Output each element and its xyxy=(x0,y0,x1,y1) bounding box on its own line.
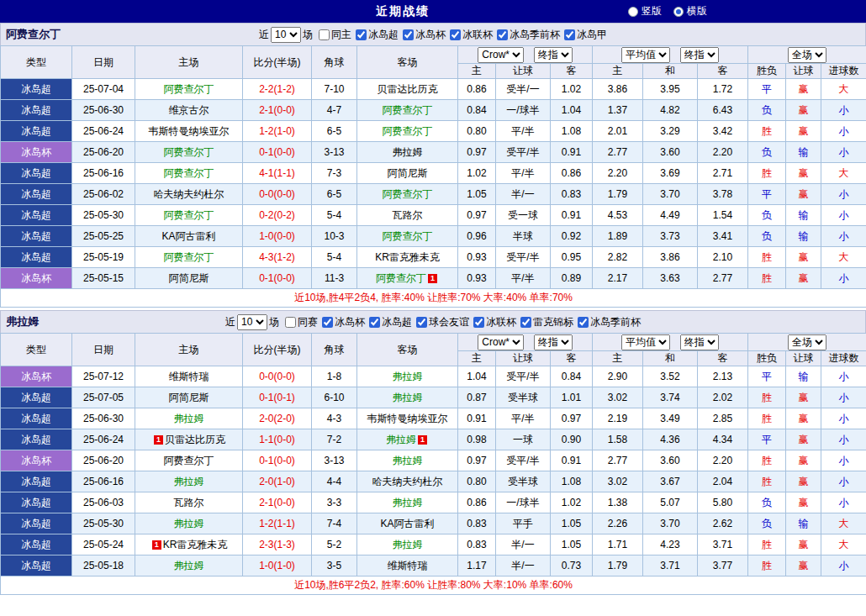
league-checkbox[interactable] xyxy=(520,317,531,328)
team-name-link[interactable]: 韦斯特曼纳埃亚尔 xyxy=(149,125,230,137)
crown-odds-cell: 0.91 xyxy=(551,450,593,471)
team-name-link[interactable]: 弗拉姆 xyxy=(393,392,423,403)
score-cell: 2-1(0-0) xyxy=(243,100,312,121)
filter-check[interactable]: 冰岛杯 xyxy=(403,28,446,42)
team-name-link[interactable]: KR雷克雅未克 xyxy=(163,539,228,550)
team-name-link[interactable]: 阿费查尔丁 xyxy=(164,167,214,179)
avg-odds-cell: 4.34 xyxy=(698,429,748,450)
league-checkbox[interactable] xyxy=(285,317,296,328)
home-team-cell: 阿费查尔丁 xyxy=(135,205,243,226)
team-name-link[interactable]: 阿费查尔丁 xyxy=(383,188,433,200)
filter-check[interactable]: 冰联杯 xyxy=(450,28,493,42)
team-name-link[interactable]: 阿简尼斯 xyxy=(169,272,209,284)
team-name-link[interactable]: 弗拉姆 xyxy=(386,434,416,445)
team-name-link[interactable]: 弗拉姆 xyxy=(393,455,423,466)
home-team-cell: 维京古尔 xyxy=(135,100,243,121)
odds-time-select[interactable]: 终指 xyxy=(534,47,573,63)
filter-check[interactable]: 冰岛杯 xyxy=(322,315,365,329)
team-name-link[interactable]: 阿简尼斯 xyxy=(388,167,428,179)
league-checkbox[interactable] xyxy=(564,29,575,40)
team-name-link[interactable]: 阿费查尔丁 xyxy=(164,83,214,95)
team-name-link[interactable]: 阿费查尔丁 xyxy=(164,455,214,466)
league-checkbox[interactable] xyxy=(319,29,330,40)
score-cell: 2-1(0-0) xyxy=(243,492,312,513)
league-checkbox[interactable] xyxy=(473,317,484,328)
filter-check[interactable]: 冰岛超 xyxy=(356,28,399,42)
league-checkbox[interactable] xyxy=(416,317,427,328)
team-name-link[interactable]: 弗拉姆 xyxy=(393,539,423,550)
team-name-link[interactable]: 阿费查尔丁 xyxy=(383,104,433,116)
team-name-link[interactable]: 贝雷达比历克 xyxy=(165,434,225,445)
average-select[interactable]: 平均值 xyxy=(621,334,670,350)
team-name-link[interactable]: 哈夫纳夫约杜尔 xyxy=(154,188,224,200)
filter-check[interactable]: 冰岛甲 xyxy=(564,28,607,42)
team-name-link[interactable]: 弗拉姆 xyxy=(393,146,423,158)
league-checkbox[interactable] xyxy=(578,317,589,328)
team-name-link[interactable]: 维斯特瑞 xyxy=(388,560,428,571)
league-checkbox[interactable] xyxy=(322,317,333,328)
team-name-link[interactable]: 阿费查尔丁 xyxy=(164,146,214,158)
corners-cell: 7-10 xyxy=(312,79,357,100)
team-name-link[interactable]: 阿费查尔丁 xyxy=(376,272,426,284)
filter-check[interactable]: 球会友谊 xyxy=(416,315,469,329)
league-checkbox[interactable] xyxy=(497,29,508,40)
team-name-link[interactable]: 阿简尼斯 xyxy=(169,392,209,403)
recent-count-select[interactable]: 10 xyxy=(271,27,301,43)
filter-check[interactable]: 同主 xyxy=(319,28,351,42)
team-name-link[interactable]: KA阿古雷利 xyxy=(380,518,434,529)
filter-check[interactable]: 冰岛季前杯 xyxy=(578,315,641,329)
league-checkbox[interactable] xyxy=(369,317,380,328)
filter-check[interactable]: 冰岛季前杯 xyxy=(497,28,560,42)
team-name-link[interactable]: KR雷克雅未克 xyxy=(375,251,440,263)
league-checkbox[interactable] xyxy=(356,29,367,40)
team-name-link[interactable]: 韦斯特曼纳埃亚尔 xyxy=(367,413,448,424)
average-select[interactable]: 平均值 xyxy=(621,47,670,63)
bookmaker-select[interactable]: Crow* xyxy=(478,47,524,63)
team-name-link[interactable]: 哈夫纳夫约杜尔 xyxy=(372,476,443,487)
odds-time-select[interactable]: 终指 xyxy=(680,334,719,350)
team-name-link[interactable]: 阿费查尔丁 xyxy=(164,251,214,263)
check-label: 同赛 xyxy=(298,315,318,329)
avg-odds-cell: 2.20 xyxy=(593,163,643,184)
result-scope-header: 全场 xyxy=(748,46,866,64)
filter-check[interactable]: 冰岛超 xyxy=(369,315,412,329)
filter-check[interactable]: 冰联杯 xyxy=(473,315,516,329)
team-name-link[interactable]: 弗拉姆 xyxy=(174,413,204,424)
league-checkbox[interactable] xyxy=(450,29,461,40)
date-cell: 25-07-04 xyxy=(72,79,135,100)
team-name-link[interactable]: 弗拉姆 xyxy=(393,371,423,382)
scope-select[interactable]: 全场 xyxy=(788,334,826,350)
team-name-link[interactable]: 弗拉姆 xyxy=(393,497,423,508)
team-name-link[interactable]: 瓦路尔 xyxy=(393,209,423,221)
scope-select[interactable]: 全场 xyxy=(788,47,826,63)
date-cell: 25-07-05 xyxy=(72,387,135,408)
team-name-link[interactable]: 阿费查尔丁 xyxy=(164,209,214,221)
team-name-link[interactable]: 维斯特瑞 xyxy=(169,371,209,382)
team-name-link[interactable]: 瓦路尔 xyxy=(174,497,204,508)
team-name-link[interactable]: 弗拉姆 xyxy=(174,518,204,529)
league-cell: 冰岛超 xyxy=(1,534,72,555)
league-checkbox[interactable] xyxy=(403,29,414,40)
corners-cell: 1-8 xyxy=(312,366,357,387)
team-name-link[interactable]: 阿费查尔丁 xyxy=(383,230,433,242)
result-cell: 小 xyxy=(821,142,866,163)
team-name-link[interactable]: 弗拉姆 xyxy=(174,476,204,487)
team-name-link[interactable]: 维京古尔 xyxy=(169,104,209,116)
result-cell: 赢 xyxy=(786,408,821,429)
filter-check[interactable]: 雷克锦标 xyxy=(520,315,573,329)
league-filter-checks: 同赛冰岛杯冰岛超球会友谊冰联杯雷克锦标冰岛季前杯 xyxy=(281,315,641,329)
filter-check[interactable]: 同赛 xyxy=(285,315,318,329)
away-team-cell: KR雷克雅未克 xyxy=(357,247,458,268)
crown-odds-cell: 0.83 xyxy=(458,534,496,555)
layout-radio-selected[interactable]: 横版 xyxy=(673,4,707,18)
team-name-link[interactable]: KA阿古雷利 xyxy=(161,230,215,242)
away-team-cell: 弗拉姆 xyxy=(357,534,458,555)
odds-time-select[interactable]: 终指 xyxy=(534,334,573,350)
team-name-link[interactable]: 阿费查尔丁 xyxy=(383,125,433,137)
bookmaker-select[interactable]: Crow* xyxy=(478,334,524,350)
team-name-link[interactable]: 弗拉姆 xyxy=(174,560,204,571)
odds-time-select[interactable]: 终指 xyxy=(680,47,719,63)
recent-count-select[interactable]: 10 xyxy=(237,314,267,330)
layout-radio-unselected[interactable]: 竖版 xyxy=(628,4,662,18)
team-name-link[interactable]: 贝雷达比历克 xyxy=(378,83,438,95)
